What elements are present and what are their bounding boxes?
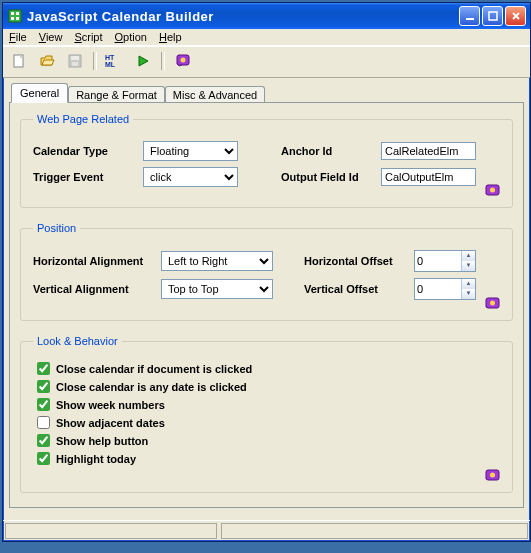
check-adjacent-dates-box[interactable] xyxy=(37,416,50,429)
group-legend: Look & Behavior xyxy=(33,335,122,347)
group-position: Position Horizontal Alignment Left to Ri… xyxy=(20,222,513,321)
title-bar: JavaScript Calendar Builder xyxy=(3,3,530,29)
check-week-numbers[interactable]: Show week numbers xyxy=(37,398,502,411)
status-bar xyxy=(3,520,530,541)
anchor-id-label: Anchor Id xyxy=(281,145,381,157)
help-icon[interactable] xyxy=(482,466,504,486)
menu-file[interactable]: File xyxy=(9,31,27,43)
tab-misc-advanced[interactable]: Misc & Advanced xyxy=(165,86,265,103)
check-adjacent-dates[interactable]: Show adjacent dates xyxy=(37,416,502,429)
status-cell-2 xyxy=(221,523,528,539)
svg-rect-5 xyxy=(466,18,474,20)
hoffset-spinner[interactable]: ▲▼ xyxy=(414,250,476,272)
voffset-spinner[interactable]: ▲▼ xyxy=(414,278,476,300)
minimize-button[interactable] xyxy=(459,6,480,26)
output-field-label: Output Field Id xyxy=(281,171,381,183)
group-legend: Position xyxy=(33,222,80,234)
anchor-id-input[interactable] xyxy=(381,142,476,160)
tabs-area: General Range & Format Misc & Advanced W… xyxy=(3,78,530,520)
toolbar-separator xyxy=(93,52,97,70)
tab-panel-general: Web Page Related Calendar Type Floating … xyxy=(9,102,524,508)
trigger-event-label: Trigger Event xyxy=(33,171,143,183)
maximize-button[interactable] xyxy=(482,6,503,26)
svg-rect-0 xyxy=(9,10,21,22)
svg-point-16 xyxy=(490,473,495,478)
spin-up-icon[interactable]: ▲ xyxy=(462,251,475,261)
voffset-label: Vertical Offset xyxy=(304,283,414,295)
halign-label: Horizontal Alignment xyxy=(33,255,161,267)
calendar-type-label: Calendar Type xyxy=(33,145,143,157)
save-button[interactable] xyxy=(63,49,87,73)
svg-point-14 xyxy=(490,188,495,193)
valign-select[interactable]: Top to Top xyxy=(161,279,273,299)
group-web-page-related: Web Page Related Calendar Type Floating … xyxy=(20,113,513,208)
svg-rect-9 xyxy=(71,56,79,60)
tab-range-format[interactable]: Range & Format xyxy=(68,86,165,103)
menu-help[interactable]: Help xyxy=(159,31,182,43)
tab-strip: General Range & Format Misc & Advanced xyxy=(11,82,524,102)
svg-rect-4 xyxy=(16,17,19,20)
svg-rect-10 xyxy=(72,62,78,66)
check-highlight-today-box[interactable] xyxy=(37,452,50,465)
group-look-behavior: Look & Behavior Close calendar if docume… xyxy=(20,335,513,493)
menu-view[interactable]: View xyxy=(39,31,63,43)
new-button[interactable] xyxy=(7,49,31,73)
svg-point-15 xyxy=(490,301,495,306)
hoffset-label: Horizontal Offset xyxy=(304,255,414,267)
menu-bar: File View Script Option Help xyxy=(3,29,530,46)
check-close-date-box[interactable] xyxy=(37,380,50,393)
svg-rect-2 xyxy=(16,12,19,15)
group-legend: Web Page Related xyxy=(33,113,133,125)
app-icon xyxy=(7,8,23,24)
check-close-date[interactable]: Close calendar is any date is clicked xyxy=(37,380,502,393)
check-help-button-box[interactable] xyxy=(37,434,50,447)
menu-script[interactable]: Script xyxy=(74,31,102,43)
check-help-button[interactable]: Show help button xyxy=(37,434,502,447)
spin-up-icon[interactable]: ▲ xyxy=(462,279,475,289)
window-controls xyxy=(459,6,526,26)
svg-rect-1 xyxy=(11,12,14,15)
help-toolbar-button[interactable] xyxy=(171,49,195,73)
check-close-doc[interactable]: Close calendar if document is clicked xyxy=(37,362,502,375)
spin-down-icon[interactable]: ▼ xyxy=(462,261,475,271)
help-icon[interactable] xyxy=(482,294,504,314)
check-week-numbers-box[interactable] xyxy=(37,398,50,411)
calendar-type-select[interactable]: Floating xyxy=(143,141,238,161)
toolbar-separator-2 xyxy=(161,52,165,70)
check-close-doc-box[interactable] xyxy=(37,362,50,375)
valign-label: Vertical Alignment xyxy=(33,283,161,295)
svg-point-13 xyxy=(181,58,186,63)
svg-rect-3 xyxy=(11,17,14,20)
run-button[interactable] xyxy=(131,49,155,73)
trigger-event-select[interactable]: click xyxy=(143,167,238,187)
output-field-input[interactable] xyxy=(381,168,476,186)
window-title: JavaScript Calendar Builder xyxy=(27,9,459,24)
svg-text:ML: ML xyxy=(105,61,116,68)
halign-select[interactable]: Left to Right xyxy=(161,251,273,271)
open-button[interactable] xyxy=(35,49,59,73)
close-button[interactable] xyxy=(505,6,526,26)
app-window: JavaScript Calendar Builder File View Sc… xyxy=(2,2,531,542)
hoffset-input[interactable] xyxy=(415,251,461,271)
voffset-input[interactable] xyxy=(415,279,461,299)
menu-option[interactable]: Option xyxy=(115,31,147,43)
svg-text:HT: HT xyxy=(105,54,115,61)
spin-down-icon[interactable]: ▼ xyxy=(462,289,475,299)
status-cell-1 xyxy=(5,523,217,539)
html-button[interactable]: HTML xyxy=(103,49,127,73)
check-highlight-today[interactable]: Highlight today xyxy=(37,452,502,465)
svg-rect-6 xyxy=(489,12,497,20)
tab-general[interactable]: General xyxy=(11,83,68,103)
toolbar: HTML xyxy=(3,46,530,78)
help-icon[interactable] xyxy=(482,181,504,201)
